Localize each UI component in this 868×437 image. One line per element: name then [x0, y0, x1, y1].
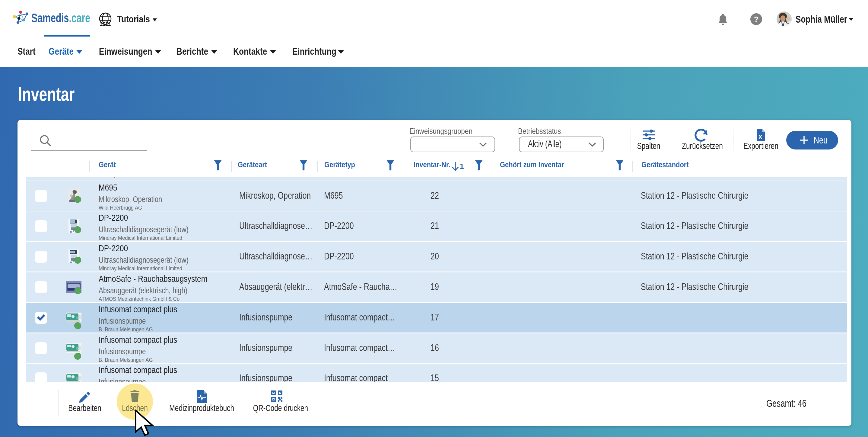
- svg-text:x: x: [758, 133, 762, 140]
- svg-text:?: ?: [754, 15, 759, 24]
